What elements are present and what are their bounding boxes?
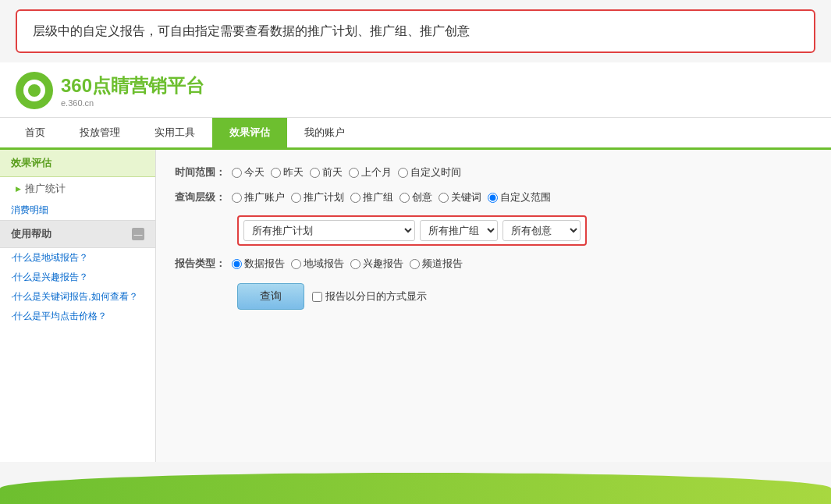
report-type-options: 数据报告 地域报告 兴趣报告 频道报告 — [232, 257, 466, 271]
nav-item-manage[interactable]: 投放管理 — [62, 118, 137, 147]
main-nav: 首页 投放管理 实用工具 效果评估 我的账户 — [0, 118, 831, 150]
nav-item-account[interactable]: 我的账户 — [287, 118, 362, 147]
query-level-row: 查询层级： 推广账户 推广计划 推广组 创意 关键词 自 — [175, 190, 812, 204]
header: 360点睛营销平台 e.360.cn — [0, 62, 831, 118]
time-range-row: 时间范围： 今天 昨天 前天 上个月 自定义时间 — [175, 165, 812, 179]
query-level-label: 查询层级： — [175, 190, 226, 204]
collapse-button[interactable]: — — [132, 228, 144, 240]
logo-text: 360点睛营销平台 e.360.cn — [61, 73, 204, 108]
plan-select[interactable]: 所有推广计划 — [243, 220, 415, 241]
sidebar-help-link-2[interactable]: ·什么是兴趣报告？ — [0, 268, 155, 287]
logo-number: 360 — [61, 75, 92, 96]
logo-name: 点睛营销平台 — [92, 75, 204, 96]
query-button[interactable]: 查询 — [237, 283, 304, 310]
time-option-lastmonth[interactable]: 上个月 — [349, 165, 392, 179]
banner: 层级中的自定义报告，可自由指定需要查看数据的推广计划、推广组、推广创意 — [16, 9, 815, 53]
query-level-options: 推广账户 推广计划 推广组 创意 关键词 自定义范围 — [232, 190, 554, 204]
report-type-label: 报告类型： — [175, 257, 226, 271]
time-option-daybeforeyesterday[interactable]: 前天 — [310, 165, 343, 179]
time-option-custom[interactable]: 自定义时间 — [398, 165, 461, 179]
level-option-plan[interactable]: 推广计划 — [291, 190, 344, 204]
daily-display-checkbox[interactable] — [312, 292, 322, 302]
report-option-channel[interactable]: 频道报告 — [410, 257, 463, 271]
level-option-account[interactable]: 推广账户 — [232, 190, 285, 204]
report-option-data[interactable]: 数据报告 — [232, 257, 285, 271]
report-option-region[interactable]: 地域报告 — [291, 257, 344, 271]
sidebar-section1-title: 效果评估 — [0, 150, 155, 177]
level-option-custom[interactable]: 自定义范围 — [488, 190, 551, 204]
time-range-options: 今天 昨天 前天 上个月 自定义时间 — [232, 165, 464, 179]
time-range-label: 时间范围： — [175, 165, 226, 179]
nav-item-tools[interactable]: 实用工具 — [137, 118, 212, 147]
dropdown-row: 所有推广计划 所有推广组 所有创意 — [237, 215, 587, 246]
daily-display-label: 报告以分日的方式显示 — [325, 289, 427, 303]
level-option-group[interactable]: 推广组 — [350, 190, 393, 204]
sidebar-section2-label: 使用帮助 — [11, 227, 51, 241]
sidebar-help-link-4[interactable]: ·什么是平均点击价格？ — [0, 307, 155, 326]
time-option-today[interactable]: 今天 — [232, 165, 265, 179]
time-option-yesterday[interactable]: 昨天 — [271, 165, 304, 179]
level-option-keyword[interactable]: 关键词 — [439, 190, 481, 204]
creative-select[interactable]: 所有创意 — [503, 220, 581, 241]
sidebar-section2: 使用帮助 — — [0, 220, 155, 248]
sidebar-help-link-1[interactable]: ·什么是地域报告？ — [0, 248, 155, 268]
level-option-creative[interactable]: 创意 — [400, 190, 432, 204]
nav-item-home[interactable]: 首页 — [8, 118, 62, 147]
content-area: 时间范围： 今天 昨天 前天 上个月 自定义时间 — [156, 150, 831, 462]
nav-item-effect[interactable]: 效果评估 — [212, 118, 287, 147]
sidebar: 效果评估 推广统计 消费明细 使用帮助 — ·什么是地域报告？ ·什么是兴趣报告… — [0, 150, 156, 462]
main-layout: 效果评估 推广统计 消费明细 使用帮助 — ·什么是地域报告？ ·什么是兴趣报告… — [0, 150, 831, 462]
group-select[interactable]: 所有推广组 — [420, 220, 498, 241]
daily-display-checkbox-label[interactable]: 报告以分日的方式显示 — [312, 289, 427, 303]
sidebar-link-consumption[interactable]: 消费明细 — [0, 201, 155, 220]
logo-title: 360点睛营销平台 — [61, 73, 204, 98]
report-type-row: 报告类型： 数据报告 地域报告 兴趣报告 频道报告 — [175, 257, 812, 271]
sidebar-item-stats[interactable]: 推广统计 — [0, 177, 155, 201]
sidebar-help-link-3[interactable]: ·什么是关键词报告,如何查看？ — [0, 287, 155, 307]
logo-icon — [16, 72, 53, 109]
report-option-interest[interactable]: 兴趣报告 — [350, 257, 403, 271]
query-row: 查询 报告以分日的方式显示 — [237, 283, 812, 310]
logo-url: e.360.cn — [61, 98, 204, 108]
